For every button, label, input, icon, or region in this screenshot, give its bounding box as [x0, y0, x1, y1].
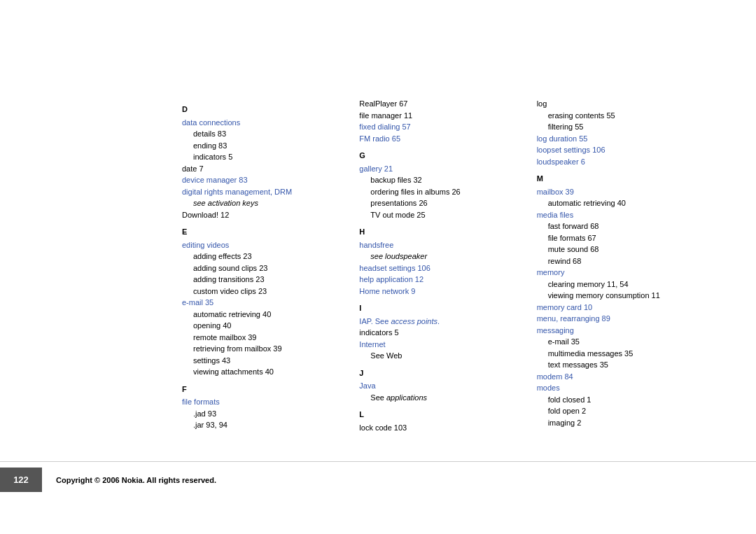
section-f: F file formats .jad 93 .jar 93, 94 — [182, 384, 345, 431]
link-fm-radio[interactable]: FM radio 65 — [359, 133, 522, 145]
section-realplayer: RealPlayer 67 file manager 11 fixed dial… — [359, 98, 522, 144]
sub-viewing-attachments: viewing attachments 40 — [182, 366, 345, 378]
sub-text-messages: text messages 35 — [537, 359, 700, 371]
link-device-manager[interactable]: device manager 83 — [182, 174, 345, 186]
sub-presentations: presentations 26 — [359, 197, 522, 209]
sub-rewind: rewind 68 — [537, 255, 700, 267]
sub-filtering: filtering 55 — [537, 121, 700, 133]
link-editing-videos[interactable]: editing videos — [182, 239, 345, 251]
letter-d: D — [182, 104, 345, 115]
link-modem[interactable]: modem 84 — [537, 371, 700, 383]
sub-auto-retrieving-m: automatic retrieving 40 — [537, 197, 700, 209]
page-number: 122 — [0, 468, 42, 492]
sub-ordering-files: ordering files in albums 26 — [359, 186, 522, 198]
sub-jad: .jad 93 — [182, 408, 345, 420]
link-data-connections[interactable]: data connections — [182, 117, 345, 129]
sub-file-formats-m: file formats 67 — [537, 232, 700, 244]
link-log-duration[interactable]: log duration 55 — [537, 133, 700, 145]
link-java[interactable]: Java — [359, 380, 522, 392]
letter-e: E — [182, 226, 345, 238]
section-h: H handsfree see loudspeaker headset sett… — [359, 226, 522, 297]
sub-mute-sound: mute sound 68 — [537, 244, 700, 255]
link-headset-settings[interactable]: headset settings 106 — [359, 262, 522, 274]
sub-adding-effects: adding effects 23 — [182, 251, 345, 262]
sub-see-applications: See applications — [359, 392, 522, 404]
sub-email-m: e-mail 35 — [537, 336, 700, 348]
link-mailbox[interactable]: mailbox 39 — [537, 186, 700, 198]
sub-clearing-memory: clearing memory 11, 54 — [537, 279, 700, 290]
link-email[interactable]: e-mail 35 — [182, 297, 345, 309]
section-l: L lock code 103 — [359, 409, 522, 433]
see-activation-keys: see activation keys — [182, 197, 345, 209]
see-loudspeaker: see loudspeaker — [359, 251, 522, 262]
link-file-formats[interactable]: file formats — [182, 396, 345, 408]
section-d: D data connections details 83 ending 83 … — [182, 104, 345, 220]
sub-see-web: See Web — [359, 350, 522, 362]
sub-adding-transitions: adding transitions 23 — [182, 274, 345, 286]
sub-retrieving-mailbox: retrieving from mailbox 39 — [182, 343, 345, 355]
sub-multimedia-messages: multimedia messages 35 — [537, 348, 700, 360]
letter-f: F — [182, 384, 345, 395]
sub-erasing-contents: erasing contents 55 — [537, 110, 700, 122]
sub-opening: opening 40 — [182, 320, 345, 332]
plain-realplayer: RealPlayer 67 — [359, 98, 522, 110]
sub-settings: settings 43 — [182, 355, 345, 367]
sub-fold-open: fold open 2 — [537, 405, 700, 417]
letter-l: L — [359, 409, 522, 421]
plain-download: Download! 12 — [182, 209, 345, 221]
letter-h: H — [359, 226, 522, 238]
section-j: J Java See applications — [359, 367, 522, 404]
sub-remote-mailbox: remote mailbox 39 — [182, 332, 345, 344]
content-area: D data connections details 83 ending 83 … — [182, 98, 714, 464]
copyright-text: Copyright © 2006 Nokia. All rights reser… — [56, 476, 216, 484]
section-e: E editing videos adding effects 23 addin… — [182, 226, 345, 378]
link-loopset-settings[interactable]: loopset settings 106 — [537, 144, 700, 156]
sub-viewing-memory: viewing memory consumption 11 — [537, 290, 700, 302]
sub-fold-closed: fold closed 1 — [537, 394, 700, 406]
letter-i: I — [359, 302, 522, 314]
sub-tv-out: TV out mode 25 — [359, 209, 522, 221]
index-column-1: D data connections details 83 ending 83 … — [182, 98, 359, 464]
link-menu-rearranging[interactable]: menu, rearranging 89 — [537, 313, 700, 325]
letter-g: G — [359, 150, 522, 162]
link-help-application[interactable]: help application 12 — [359, 274, 522, 286]
section-m: M mailbox 39 automatic retrieving 40 med… — [537, 173, 700, 428]
sub-adding-sound: adding sound clips 23 — [182, 262, 345, 274]
link-drm[interactable]: digital rights management, DRM — [182, 186, 345, 198]
link-handsfree[interactable]: handsfree — [359, 239, 522, 251]
link-iap[interactable]: IAP. See access points. — [359, 316, 522, 328]
link-gallery[interactable]: gallery 21 — [359, 163, 522, 175]
link-home-network[interactable]: Home network 9 — [359, 286, 522, 297]
link-memory-card[interactable]: memory card 10 — [537, 302, 700, 314]
sub-details: details 83 — [182, 128, 345, 140]
link-modes[interactable]: modes — [537, 382, 700, 394]
sub-auto-retrieving: automatic retrieving 40 — [182, 309, 345, 321]
link-memory[interactable]: memory — [537, 267, 700, 279]
link-messaging[interactable]: messaging — [537, 325, 700, 337]
footer-bar: 122 Copyright © 2006 Nokia. All rights r… — [0, 461, 756, 492]
page-container: D data connections details 83 ending 83 … — [0, 0, 756, 534]
sub-custom-video: custom video clips 23 — [182, 286, 345, 297]
plain-indicators: indicators 5 — [359, 327, 522, 339]
index-column-2: RealPlayer 67 file manager 11 fixed dial… — [359, 98, 536, 464]
section-i: I IAP. See access points. indicators 5 I… — [359, 302, 522, 362]
index-column-3: log erasing contents 55 filtering 55 log… — [537, 98, 714, 464]
sub-fast-forward: fast forward 68 — [537, 220, 700, 232]
link-loudspeaker[interactable]: loudspeaker 6 — [537, 156, 700, 168]
link-internet[interactable]: Internet — [359, 339, 522, 351]
sub-imaging: imaging 2 — [537, 417, 700, 429]
letter-m: M — [537, 173, 700, 185]
link-media-files[interactable]: media files — [537, 209, 700, 221]
section-log: log erasing contents 55 filtering 55 log… — [537, 98, 700, 167]
plain-file-manager: file manager 11 — [359, 110, 522, 122]
sub-jar: .jar 93, 94 — [182, 419, 345, 431]
sub-backup-files: backup files 32 — [359, 174, 522, 186]
plain-log: log — [537, 98, 700, 110]
link-fixed-dialing[interactable]: fixed dialing 57 — [359, 121, 522, 133]
plain-date: date 7 — [182, 163, 345, 175]
letter-j: J — [359, 367, 522, 379]
sub-indicators: indicators 5 — [182, 151, 345, 163]
plain-lock-code: lock code 103 — [359, 422, 522, 434]
sub-ending: ending 83 — [182, 140, 345, 152]
section-g: G gallery 21 backup files 32 ordering fi… — [359, 150, 522, 220]
